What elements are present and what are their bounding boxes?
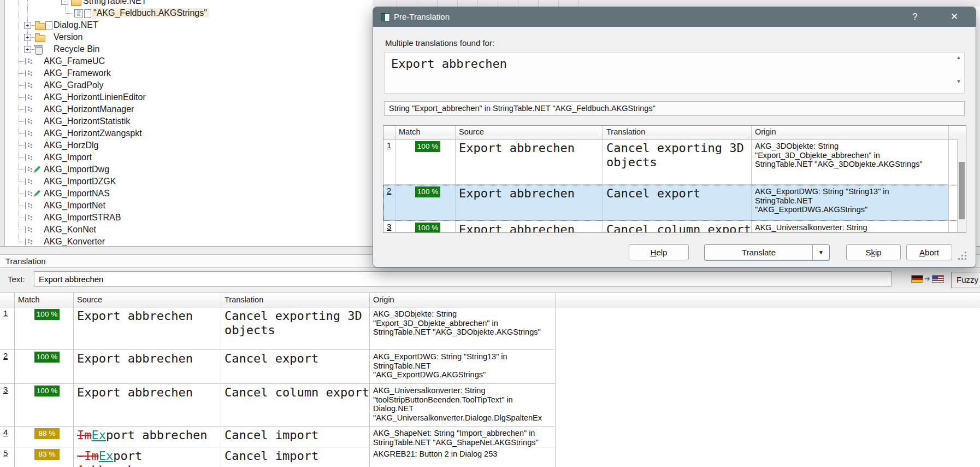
table-header-row: MatchSourceTranslationOrigin xyxy=(383,126,966,139)
tree-item[interactable]: 1001"AKG_Feldbuch.AKGStrings" xyxy=(0,7,373,19)
match-number-link[interactable]: 4 xyxy=(3,428,8,437)
skip-button[interactable]: Skip xyxy=(846,244,901,260)
row-filler xyxy=(556,307,980,350)
source-language-flag-icon xyxy=(911,275,923,283)
source-text: port xyxy=(113,449,149,463)
abort-button[interactable]: Abort xyxy=(906,244,952,260)
match-row-1[interactable]: 1100 %Export abbrechenCancel exporting 3… xyxy=(0,307,980,350)
source-text: Export abbrechen xyxy=(459,223,575,233)
dialog-help-icon[interactable]: ? xyxy=(907,7,923,27)
match-percent-badge: 88 % xyxy=(34,428,60,439)
help-button-label: Help xyxy=(651,248,668,257)
dialog-matches-table: MatchSourceTranslationOrigin1100 %Export… xyxy=(383,125,966,233)
tree-item-label: AKG_HorzDlg xyxy=(44,139,98,151)
scroll-up-icon[interactable]: ▲ xyxy=(955,55,962,60)
match-row-2[interactable]: 2100 %Export abbrechenCancel exportAKG_E… xyxy=(0,350,980,384)
column-header-filler xyxy=(949,126,966,139)
tree-item[interactable]: AKG_HorizontLinienEditor xyxy=(0,91,373,103)
tree-item[interactable]: AKG_HorizontStatistik xyxy=(0,115,373,127)
translation-panel-title: Translation xyxy=(5,256,46,266)
match-number-link[interactable]: 1 xyxy=(3,308,8,318)
row-filler xyxy=(556,447,980,467)
tree-item[interactable]: AKG_HorizontManager xyxy=(0,103,373,115)
tree-item[interactable]: +Dialog.NET xyxy=(0,19,373,31)
tree-item[interactable]: AKG_ImportNAS xyxy=(0,188,373,200)
match-row-4[interactable]: 488 %ImExport abbrechenCancel importAKG_… xyxy=(0,427,980,447)
match-number-cell: 3 xyxy=(383,221,395,233)
resource-tree-panel: -StringTable.NET1001"AKG_Feldbuch.AKGStr… xyxy=(0,0,373,246)
form-icon xyxy=(24,130,32,137)
close-icon[interactable]: ✕ xyxy=(947,7,962,27)
form-icon xyxy=(24,190,32,197)
tree-item[interactable]: AKG_ImportNet xyxy=(0,200,373,212)
match-row-5[interactable]: 583 %-ImExport AabbrechenCancel importAK… xyxy=(0,447,980,467)
tree-item[interactable]: +Version xyxy=(0,31,373,43)
match-percent-cell: 100 % xyxy=(15,384,74,427)
source-cell: Export abbrechen xyxy=(456,185,603,221)
recycle-bin-icon xyxy=(35,47,43,55)
dialog-table-scrollbar[interactable] xyxy=(957,139,966,232)
tree-item-label: AKG_GradPoly xyxy=(44,79,103,91)
tree-item[interactable]: AKG_HorizontZwangspkt xyxy=(0,127,373,139)
form-icon xyxy=(24,178,32,185)
tree-item-label: AKG_Konverter xyxy=(44,236,105,246)
origin-cell: AKG_3DObjekte: String"Export_3D_Objekte_… xyxy=(370,307,556,350)
translation-text-input[interactable] xyxy=(34,271,892,287)
tree-item[interactable]: AKG_FrameUC xyxy=(0,55,373,67)
tree-item[interactable]: AKG_ImportSTRAB xyxy=(0,212,373,224)
resize-grip[interactable] xyxy=(961,255,963,256)
match-percent-cell: 100 % xyxy=(15,307,74,350)
tree-item[interactable]: -StringTable.NET xyxy=(0,0,373,7)
match-row-3[interactable]: 3100 %Export abbrechenCancel column expo… xyxy=(0,384,980,427)
tree-item[interactable]: AKG_Konverter xyxy=(0,236,373,246)
tree-item[interactable]: AKG_HorzDlg xyxy=(0,139,373,151)
tree-connector-stub xyxy=(31,25,35,26)
diff-del-segment: Im xyxy=(77,428,92,442)
form-icon xyxy=(24,214,32,221)
folder-icon xyxy=(35,23,45,30)
match-percent-cell: 100 % xyxy=(15,350,74,384)
form-icon xyxy=(24,57,32,65)
translate-dropdown-icon[interactable]: ▼ xyxy=(812,245,829,260)
tree-item-label: AKG_ImportNAS xyxy=(44,188,110,200)
source-cell: Export abbrechen xyxy=(456,221,603,233)
fuzzy-button[interactable]: Fuzzy xyxy=(951,272,980,288)
app-window: -StringTable.NET1001"AKG_Feldbuch.AKGStr… xyxy=(0,0,980,467)
form-icon xyxy=(24,202,32,209)
tree-connector-stub xyxy=(31,37,35,38)
match-percent-badge: 83 % xyxy=(34,449,60,460)
tree-item[interactable]: AKG_KonNet xyxy=(0,224,373,236)
scrollbar-thumb[interactable] xyxy=(959,162,965,219)
tree-item[interactable]: AKG_Import xyxy=(0,151,373,164)
row-filler xyxy=(556,350,980,384)
match-number-link[interactable]: 2 xyxy=(3,351,8,360)
match-row-1[interactable]: 1100 %Export abbrechenCancel exporting 3… xyxy=(383,139,966,185)
tree-item[interactable]: AKG_ImportDZGK xyxy=(0,176,373,188)
tree-item[interactable]: AKG_Framework xyxy=(0,67,373,79)
match-row-3[interactable]: 3100 %Export abbrechenCancel column expo… xyxy=(383,221,966,233)
match-number-cell: 2 xyxy=(383,185,395,221)
match-row-2[interactable]: 2100 %Export abbrechenCancel exportAKG_E… xyxy=(383,185,966,221)
diff-del-segment: A xyxy=(77,463,84,467)
match-number-link[interactable]: 5 xyxy=(3,448,8,458)
source-text: bbrechen xyxy=(92,463,150,467)
scroll-down-icon[interactable]: ▼ xyxy=(955,79,962,84)
tree-item[interactable]: +Recycle Bin xyxy=(0,43,373,55)
tree-item[interactable]: AKG_ImportDwg xyxy=(0,164,373,176)
origin-cell: AKG_ExportDWG: String "String13" inStrin… xyxy=(370,350,556,384)
tree-item[interactable]: AKG_GradPoly xyxy=(0,79,373,91)
translate-button[interactable]: Translate▼ xyxy=(704,244,830,260)
match-number-link[interactable]: 3 xyxy=(387,222,391,231)
tree-expander-icon[interactable]: - xyxy=(61,0,68,5)
tree-item-label: AKG_KonNet xyxy=(44,224,96,236)
help-button[interactable]: Help xyxy=(629,244,689,260)
source-cell: ImExport abbrechen xyxy=(74,427,221,447)
source-cell: Export abbrechen xyxy=(74,384,221,427)
match-number-link[interactable]: 3 xyxy=(3,385,8,394)
column-header-filler xyxy=(556,293,980,307)
match-number-link[interactable]: 1 xyxy=(387,141,391,150)
source-cell: Export abbrechen xyxy=(456,139,603,185)
match-number-link[interactable]: 2 xyxy=(387,186,391,195)
string-context-line: String "Export_abbrechen" in StringTable… xyxy=(384,101,965,116)
source-text-box[interactable]: Export abbrechen ▲ ▼ xyxy=(384,52,965,94)
